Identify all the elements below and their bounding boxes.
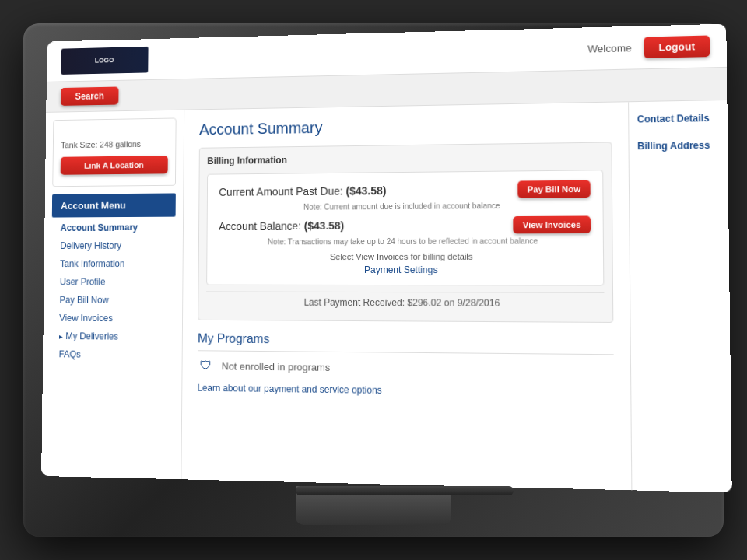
sidebar-item-view-invoices[interactable]: View Invoices (51, 309, 175, 327)
pay-bill-now-button[interactable]: Pay Bill Now (517, 180, 590, 198)
payment-settings-link[interactable]: Payment Settings (219, 264, 591, 275)
sidebar-item-pay-bill[interactable]: Pay Bill Now (51, 291, 175, 310)
tv-frame: LOGO Welcome Logout Search Tank Size: 24… (23, 23, 724, 537)
screen-content: LOGO Welcome Logout Search Tank Size: 24… (41, 24, 732, 493)
account-balance-label: Account Balance: ($43.58) (219, 219, 344, 233)
tv-stand (296, 486, 451, 525)
last-payment-text: Last Payment Received: $296.02 on 9/28/2… (206, 291, 605, 313)
sidebar-item-my-deliveries[interactable]: ▸ My Deliveries (51, 327, 175, 346)
select-view-note: Select View Invoices for billing details (219, 251, 591, 261)
current-amount-row: Current Amount Past Due: ($43.58) Pay Bi… (219, 180, 590, 201)
account-summary-box: Billing Information Current Amount Past … (198, 142, 613, 323)
billing-detail-box: Current Amount Past Due: ($43.58) Pay Bi… (206, 170, 604, 285)
main-layout: Tank Size: 248 gallons Link A Location A… (41, 100, 732, 493)
view-invoices-button[interactable]: View Invoices (513, 216, 591, 234)
learn-link[interactable]: Learn about our payment and service opti… (198, 383, 382, 396)
page-title: Account Summary (199, 114, 612, 138)
sidebar-item-delivery-history[interactable]: Delivery History (51, 236, 175, 255)
content-area: Account Summary Billing Information Curr… (181, 102, 631, 492)
billing-info-header: Billing Information (207, 151, 603, 166)
account-balance-note: Note: Transactions may take up to 24 hou… (219, 236, 591, 246)
account-balance-row: Account Balance: ($43.58) View Invoices (219, 216, 591, 235)
sidebar-item-tank-information[interactable]: Tank Information (51, 254, 175, 272)
tank-size-text: Tank Size: 248 gallons (61, 139, 168, 150)
account-image-box: Tank Size: 248 gallons Link A Location (52, 117, 176, 187)
current-amount-note: Note: Current amount due is included in … (219, 201, 591, 212)
logo: LOGO (61, 46, 148, 74)
sidebar-item-account-summary[interactable]: Account Summary (51, 219, 175, 237)
logout-button[interactable]: Logout (644, 35, 710, 58)
arrow-icon: ▸ (59, 332, 63, 341)
tv-screen: LOGO Welcome Logout Search Tank Size: 24… (41, 24, 732, 493)
sidebar-menu: Account Summary Delivery History Tank In… (50, 219, 175, 365)
right-panel: Contact Details Billing Address (628, 100, 732, 493)
welcome-text: Welcome (587, 42, 631, 55)
contact-details-link[interactable]: Contact Details (637, 113, 719, 125)
programs-row: 🛡 Not enrolled in programs (198, 357, 614, 379)
my-programs-section: My Programs 🛡 Not enrolled in programs L… (198, 332, 615, 401)
link-location-button[interactable]: Link A Location (61, 156, 168, 175)
shield-icon: 🛡 (198, 357, 214, 374)
account-menu-header: Account Menu (52, 193, 176, 217)
programs-title: My Programs (198, 332, 614, 355)
not-enrolled-text: Not enrolled in programs (222, 360, 331, 373)
sidebar-item-faqs[interactable]: FAQs (50, 345, 174, 365)
sidebar-item-user-profile[interactable]: User Profile (51, 273, 175, 292)
sidebar: Tank Size: 248 gallons Link A Location A… (41, 110, 184, 485)
search-button[interactable]: Search (61, 86, 119, 105)
current-amount-label: Current Amount Past Due: ($43.58) (219, 184, 386, 198)
header-right: Welcome Logout (587, 35, 710, 59)
billing-address-link[interactable]: Billing Address (637, 140, 719, 152)
